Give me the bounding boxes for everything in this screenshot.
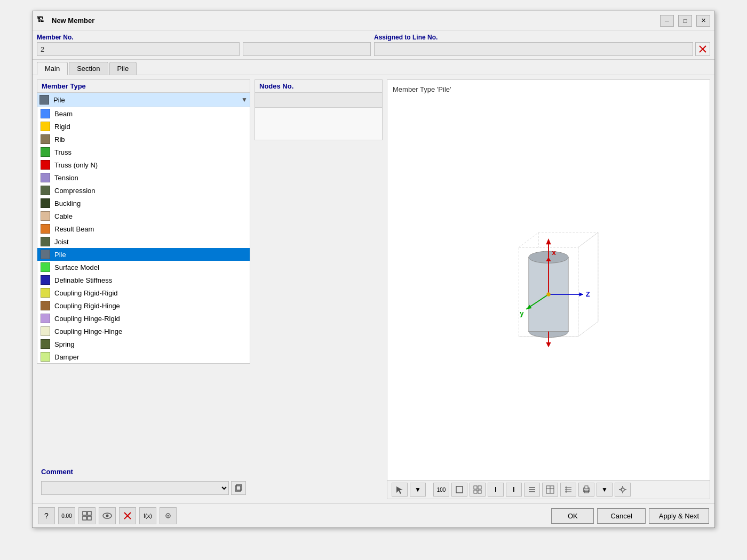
item-color-swatch — [41, 147, 50, 157]
table-icon — [546, 485, 554, 494]
preview-canvas: Z y x — [393, 99, 704, 475]
member-no-label: Member No. — [37, 34, 240, 41]
item-color-swatch — [41, 224, 50, 234]
item-color-swatch — [41, 134, 50, 144]
comment-container: Comment — [37, 465, 250, 499]
toolbar-lines-btn[interactable] — [524, 483, 540, 497]
svg-marker-6 — [578, 232, 598, 336]
toolbar-grid-button[interactable] — [470, 483, 486, 497]
comment-copy-button[interactable] — [231, 481, 246, 495]
member-type-list[interactable]: Beam Rigid Rib Truss — [37, 107, 250, 363]
item-label: Cable — [54, 212, 73, 220]
list-item[interactable]: Coupling Hinge-Hinge — [37, 325, 250, 338]
middle-panel: Nodes No. — [255, 79, 383, 499]
member-type-dropdown[interactable]: Pile ▼ — [37, 93, 250, 107]
nodes-section: Nodes No. — [255, 79, 383, 140]
cancel-button[interactable]: Cancel — [597, 508, 645, 524]
clear-assigned-button[interactable] — [695, 42, 710, 56]
list-icon — [564, 485, 573, 494]
item-color-swatch — [41, 301, 50, 310]
svg-line-8 — [578, 232, 598, 247]
svg-point-48 — [621, 488, 624, 491]
item-label: Buckling — [54, 199, 81, 207]
list-item[interactable]: Tension — [37, 171, 250, 184]
list-item[interactable]: Cable — [37, 210, 250, 222]
list-item[interactable]: Surface Model — [37, 261, 250, 274]
toolbar-print-dropdown[interactable]: ▼ — [597, 483, 613, 497]
toolbar-list-btn[interactable] — [560, 483, 576, 497]
list-item[interactable]: Coupling Rigid-Rigid — [37, 286, 250, 299]
list-item[interactable]: Rigid — [37, 120, 250, 133]
toolbar-text-i-btn[interactable]: I — [488, 483, 504, 497]
list-item-pile[interactable]: Pile — [37, 248, 250, 261]
item-label: Rib — [54, 135, 65, 143]
delete-button[interactable] — [119, 507, 136, 524]
preview-title: Member Type 'Pile' — [393, 85, 451, 93]
lines-icon — [528, 485, 536, 494]
list-item[interactable]: Joist — [37, 235, 250, 248]
list-item[interactable]: Damper — [37, 350, 250, 363]
item-color-swatch — [41, 173, 50, 182]
close-button[interactable]: ✕ — [696, 15, 710, 27]
formula-button[interactable]: f(x) — [139, 507, 156, 524]
eye-icon — [102, 510, 113, 521]
toolbar-table-btn[interactable] — [542, 483, 558, 497]
list-item[interactable]: Result Beam — [37, 222, 250, 235]
scale-icon: 100 — [437, 487, 446, 493]
values-button[interactable]: 0.00 — [58, 507, 75, 524]
svg-rect-46 — [585, 486, 588, 489]
svg-text:x: x — [552, 248, 557, 256]
help-button[interactable]: ? — [38, 507, 55, 524]
toolbar-frame-button[interactable] — [451, 483, 467, 497]
list-item[interactable]: Coupling Rigid-Hinge — [37, 299, 250, 312]
item-label: Tension — [54, 174, 78, 182]
list-item[interactable]: Spring — [37, 338, 250, 350]
new-member-dialog: 🏗 New Member ─ □ ✕ Member No. Assigned t… — [32, 11, 715, 528]
grid-icon — [473, 485, 482, 494]
svg-rect-53 — [83, 511, 86, 515]
grid-view-button[interactable] — [78, 507, 96, 524]
tab-pile[interactable]: Pile — [109, 62, 137, 75]
list-item[interactable]: Compression — [37, 184, 250, 197]
svg-rect-56 — [88, 516, 91, 520]
assigned-input[interactable] — [374, 42, 693, 56]
tab-main[interactable]: Main — [37, 62, 68, 75]
member-no-field: Member No. — [37, 34, 240, 56]
preview-area: Member Type 'Pile' — [387, 80, 710, 480]
toolbar-dropdown-btn[interactable]: ▼ — [410, 483, 426, 497]
list-item[interactable]: Beam — [37, 107, 250, 120]
toolbar-settings-button[interactable] — [615, 483, 631, 497]
middle-input[interactable] — [243, 42, 371, 56]
view-button[interactable] — [99, 507, 116, 524]
grid-view-icon — [82, 510, 92, 521]
ok-button[interactable]: OK — [551, 508, 594, 524]
minimize-button[interactable]: ─ — [660, 15, 674, 27]
list-item[interactable]: Truss (only N) — [37, 158, 250, 171]
nodes-input[interactable] — [255, 93, 382, 108]
settings-icon — [618, 485, 627, 494]
member-no-input[interactable] — [37, 42, 240, 56]
item-label: Coupling Rigid-Rigid — [54, 289, 118, 297]
delete-icon — [122, 510, 133, 521]
svg-line-10 — [578, 322, 598, 337]
maximize-button[interactable]: □ — [678, 15, 692, 27]
svg-rect-54 — [88, 511, 91, 515]
toolbar-pointer-button[interactable] — [392, 483, 408, 497]
comment-input[interactable] — [41, 481, 229, 495]
tab-section[interactable]: Section — [69, 62, 108, 75]
list-item[interactable]: Coupling Hinge-Rigid — [37, 312, 250, 325]
svg-marker-28 — [546, 342, 551, 347]
svg-point-58 — [106, 515, 109, 517]
list-item[interactable]: Buckling — [37, 197, 250, 210]
toolbar-text-i2-btn[interactable]: I — [506, 483, 522, 497]
item-color-swatch — [41, 109, 50, 118]
nodes-area[interactable] — [255, 108, 382, 140]
list-item[interactable]: Rib — [37, 133, 250, 146]
list-item[interactable]: Truss — [37, 146, 250, 158]
toolbar-scale-button[interactable]: 100 — [433, 483, 449, 497]
toolbar-print-button[interactable] — [578, 483, 594, 497]
settings2-button[interactable] — [160, 507, 177, 524]
svg-rect-31 — [474, 486, 477, 489]
apply-next-button[interactable]: Apply & Next — [649, 508, 709, 524]
list-item[interactable]: Definable Stiffness — [37, 274, 250, 286]
